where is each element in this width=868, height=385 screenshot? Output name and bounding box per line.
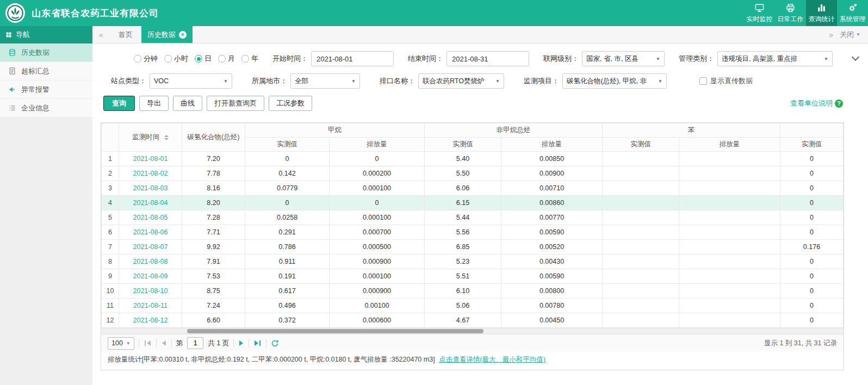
table-row[interactable]: 122021-08-126.600.3720.0006004.670.00450… bbox=[102, 313, 844, 328]
nav-system-manage[interactable]: 系统管理 bbox=[837, 0, 868, 26]
table-row[interactable]: 12021-08-017.20005.400.008500 bbox=[102, 152, 844, 166]
tab-label: 历史数据 bbox=[147, 30, 176, 40]
first-page-button[interactable] bbox=[144, 340, 152, 346]
radio-minute[interactable]: 分钟 bbox=[134, 54, 158, 64]
table-row[interactable]: 112021-08-117.240.4960.001005.060.007800 bbox=[102, 299, 844, 313]
radio-day[interactable]: 日 bbox=[195, 54, 212, 64]
monitor-date-link[interactable]: 2021-08-06 bbox=[119, 225, 182, 240]
next-page-button[interactable] bbox=[238, 340, 244, 346]
city-select[interactable]: 全部 ▼ bbox=[290, 73, 360, 89]
query-button[interactable]: 查询 bbox=[103, 96, 135, 111]
monitor-date-link[interactable]: 2021-08-07 bbox=[119, 240, 182, 254]
outlet-name-select[interactable]: 联合农药RTO焚烧炉 ▼ bbox=[418, 73, 504, 89]
radio-month[interactable]: 月 bbox=[218, 54, 235, 64]
table-row[interactable]: 22021-08-027.780.1420.0002005.500.009000 bbox=[102, 166, 844, 181]
tabs-scroll-right-icon[interactable]: » bbox=[822, 30, 840, 39]
sidebar-item-company-info[interactable]: 企业信息 bbox=[0, 99, 92, 117]
monitor-date-link[interactable]: 2021-08-02 bbox=[119, 166, 182, 181]
sidebar-item-abnormal-alarm[interactable]: 异常报警 bbox=[0, 80, 92, 99]
cell-value: 0 bbox=[780, 269, 844, 284]
start-date-input[interactable] bbox=[311, 51, 394, 66]
gear-icon bbox=[847, 2, 858, 13]
table-row[interactable]: 102021-08-108.750.6170.0009006.100.00800… bbox=[102, 284, 844, 299]
direct-data-checkbox[interactable]: 显示直传数据 bbox=[699, 76, 753, 86]
nav-query-stats[interactable]: 查询统计 bbox=[806, 0, 837, 26]
row-index: 5 bbox=[102, 210, 119, 225]
close-tabs-menu[interactable]: 关闭 ▼ bbox=[840, 30, 860, 40]
monitor-date-link[interactable]: 2021-08-03 bbox=[119, 181, 182, 196]
table-body: 12021-08-017.20005.400.00850022021-08-02… bbox=[102, 152, 844, 328]
monitor-date-link[interactable]: 2021-08-11 bbox=[119, 299, 182, 313]
list-icon bbox=[8, 104, 16, 112]
chevron-down-icon: ▼ bbox=[495, 79, 500, 84]
monitor-date-link[interactable]: 2021-08-12 bbox=[119, 313, 182, 328]
horizontal-scrollbar[interactable] bbox=[101, 328, 844, 334]
daily-work-icon bbox=[785, 2, 796, 13]
cell-value: 0 bbox=[780, 196, 844, 210]
monitor-date-link[interactable]: 2021-08-08 bbox=[119, 254, 182, 269]
monitor-item-select[interactable]: 碳氢化合物(总烃), 甲烷, 非 ▼ bbox=[562, 73, 667, 89]
network-level-label: 联网级别： bbox=[543, 54, 579, 64]
period-radio-group: 分钟 小时 日 月 年 bbox=[134, 54, 258, 64]
page-number-input[interactable] bbox=[187, 337, 203, 349]
chevron-down-icon: ▼ bbox=[656, 57, 660, 61]
sort-icon[interactable] bbox=[164, 135, 169, 140]
monitor-date-link[interactable]: 2021-08-10 bbox=[119, 284, 182, 299]
nav-realtime-monitor[interactable]: 实时监控 bbox=[744, 0, 775, 26]
monitor-date-link[interactable]: 2021-08-09 bbox=[119, 269, 182, 284]
cell-value: 7.24 bbox=[182, 299, 245, 313]
monitor-date-link[interactable]: 2021-08-01 bbox=[119, 152, 182, 166]
scrollbar-thumb[interactable] bbox=[187, 329, 483, 333]
radio-year[interactable]: 年 bbox=[241, 54, 258, 64]
radio-icon bbox=[195, 55, 202, 63]
cell-value: 0.00590 bbox=[501, 225, 603, 240]
table-row[interactable]: 32021-08-038.160.07790.0001006.060.00710… bbox=[102, 181, 844, 196]
brand: 山东省联合农药工业有限公司 bbox=[0, 0, 159, 26]
close-tab-icon[interactable]: × bbox=[179, 31, 187, 39]
sidebar-item-exceed-summary[interactable]: 超标汇总 bbox=[0, 62, 92, 80]
table-row[interactable]: 72021-08-079.920.7860.0005006.850.005200… bbox=[102, 240, 844, 254]
table-row[interactable]: 92021-08-097.530.1910.0001005.510.005900 bbox=[102, 269, 844, 284]
unit-help-label: 查看单位说明 bbox=[790, 98, 833, 108]
cell-value: 0.176 bbox=[780, 240, 844, 254]
tab-home[interactable]: 首页 bbox=[110, 26, 141, 43]
table-row[interactable]: 52021-08-057.280.02580.0001005.440.00770… bbox=[102, 210, 844, 225]
refresh-icon[interactable] bbox=[271, 339, 279, 347]
sidebar-item-history-data[interactable]: 历史数据 bbox=[0, 44, 92, 62]
select-value: 全部 bbox=[295, 77, 308, 86]
end-date-input[interactable] bbox=[447, 51, 529, 66]
unit-help-link[interactable]: 查看单位说明 ? bbox=[790, 98, 859, 108]
last-page-button[interactable] bbox=[253, 340, 262, 346]
cell-value: 0 bbox=[780, 166, 844, 181]
open-new-query-button[interactable]: 打开新查询页 bbox=[207, 96, 264, 111]
cell-value: 0 bbox=[780, 284, 844, 299]
results-panel: 监测时间 碳氢化合物(总烃) 甲烷 非甲烷总烃 苯 实测值 排放量 bbox=[101, 122, 844, 370]
table-row[interactable]: 82021-08-087.910.9110.0009005.230.004300 bbox=[102, 254, 844, 269]
condition-params-button[interactable]: 工况参数 bbox=[269, 96, 312, 111]
tabs-scroll-left-icon[interactable]: « bbox=[92, 30, 110, 39]
monitor-date-link[interactable]: 2021-08-05 bbox=[119, 210, 182, 225]
prev-page-button[interactable] bbox=[161, 340, 167, 346]
cell-value: 0.0779 bbox=[245, 181, 330, 196]
stats-detail-link[interactable]: 点击查看详情(最大、最小和平均值) bbox=[439, 356, 545, 363]
table-row[interactable]: 42021-08-048.20006.150.008600 bbox=[102, 196, 844, 210]
nav-daily-work[interactable]: 日常工作 bbox=[775, 0, 806, 26]
sub-header: 实测值 bbox=[425, 138, 501, 152]
col-time-header[interactable]: 监测时间 bbox=[119, 123, 182, 152]
nav-label: 实时监控 bbox=[747, 15, 773, 24]
table-row[interactable]: 62021-08-067.710.2910.0007005.560.005900 bbox=[102, 225, 844, 240]
sub-header: 实测值 bbox=[245, 138, 330, 152]
curve-button[interactable]: 曲线 bbox=[173, 96, 202, 111]
radio-hour[interactable]: 小时 bbox=[164, 54, 188, 64]
group-nmhc-header: 非甲烷总烃 bbox=[425, 123, 603, 138]
export-button[interactable]: 导出 bbox=[139, 96, 169, 111]
tab-history-data[interactable]: 历史数据 × bbox=[141, 26, 193, 43]
station-type-select[interactable]: VOC ▼ bbox=[150, 73, 232, 89]
sidebar-item-label: 异常报警 bbox=[21, 85, 49, 95]
manage-type-select[interactable]: 违规项目, 高架源, 重点排 ▼ bbox=[717, 51, 833, 66]
cell-value bbox=[603, 269, 679, 284]
monitor-date-link[interactable]: 2021-08-04 bbox=[119, 196, 182, 210]
network-level-select[interactable]: 国家, 省, 市, 区县 ▼ bbox=[582, 51, 665, 66]
page-size-select[interactable]: 100 ▼ bbox=[108, 337, 134, 350]
cell-value: 0.000200 bbox=[330, 166, 425, 181]
